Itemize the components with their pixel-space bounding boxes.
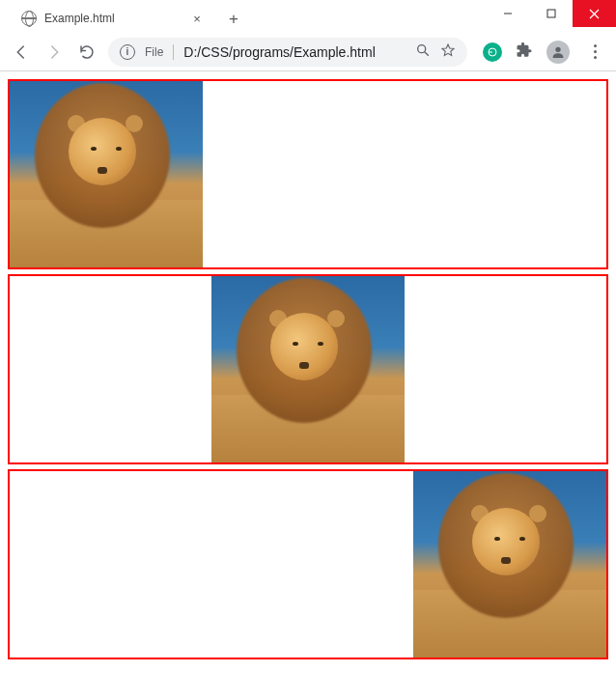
zoom-icon[interactable] — [415, 42, 431, 61]
separator-icon — [173, 44, 174, 60]
bordered-box-right — [8, 469, 608, 659]
bordered-box-left — [8, 79, 608, 269]
lion-image — [413, 471, 606, 658]
minimize-button[interactable] — [486, 0, 529, 27]
close-window-button[interactable] — [573, 0, 616, 27]
lion-image — [10, 81, 203, 267]
browser-tab[interactable]: Example.html × — [12, 4, 214, 33]
window-controls — [486, 0, 616, 27]
extension-icon[interactable] — [483, 42, 502, 62]
svg-line-5 — [425, 52, 428, 55]
back-button[interactable] — [10, 41, 33, 64]
new-tab-button[interactable]: + — [220, 6, 247, 33]
site-info-icon[interactable]: i — [120, 44, 135, 60]
svg-point-4 — [418, 45, 426, 53]
bordered-box-center — [8, 274, 608, 464]
tab-strip: Example.html × + — [0, 0, 486, 33]
bookmark-star-icon[interactable] — [440, 42, 456, 61]
page-viewport — [0, 71, 616, 700]
address-bar[interactable]: i File D:/CSS/programs/Example.html — [108, 38, 467, 67]
svg-rect-1 — [547, 10, 555, 17]
menu-button[interactable] — [583, 41, 606, 64]
forward-button[interactable] — [42, 41, 66, 64]
globe-icon — [21, 11, 37, 26]
reload-button[interactable] — [75, 41, 98, 64]
extensions-puzzle-icon[interactable] — [516, 42, 533, 62]
url-text: D:/CSS/programs/Example.html — [183, 44, 406, 60]
close-tab-button[interactable]: × — [189, 11, 205, 26]
url-scheme: File — [145, 45, 163, 59]
lion-image — [211, 276, 405, 462]
titlebar: Example.html × + — [0, 0, 616, 33]
kebab-icon — [594, 44, 597, 59]
toolbar-actions — [477, 41, 606, 64]
tab-title: Example.html — [44, 12, 182, 25]
profile-avatar[interactable] — [546, 41, 570, 64]
maximize-button[interactable] — [529, 0, 573, 27]
browser-toolbar: i File D:/CSS/programs/Example.html — [0, 33, 616, 71]
svg-point-6 — [555, 46, 560, 51]
